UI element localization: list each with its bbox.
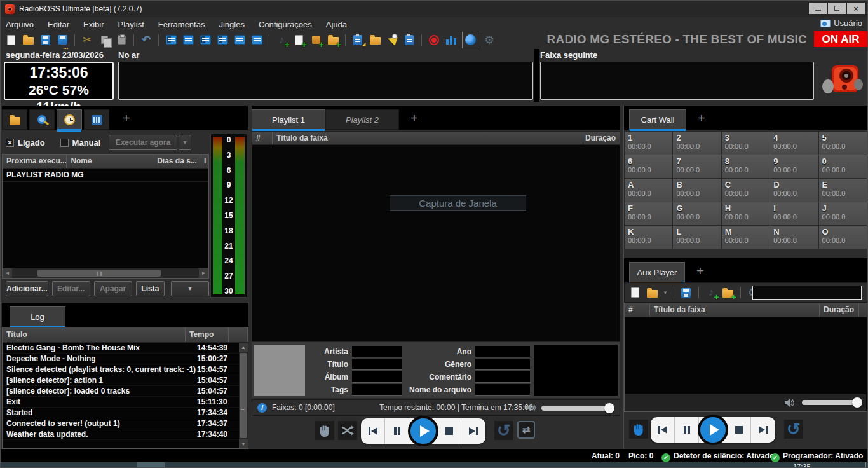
close-button[interactable]: ×: [847, 3, 865, 14]
previous-button[interactable]: [361, 418, 385, 444]
cart-cell[interactable]: O 00:00.0: [819, 226, 867, 249]
scroll-left-icon[interactable]: ◄: [3, 268, 12, 278]
add-cart-tab-button[interactable]: +: [698, 111, 705, 126]
menu-item[interactable]: Ferramentas: [151, 18, 212, 31]
log-col-titulo[interactable]: Título: [3, 327, 186, 342]
cut-button[interactable]: ✂: [81, 34, 93, 46]
cart-cell[interactable]: L 00:00.0: [673, 226, 721, 249]
tab-playlists[interactable]: [2, 109, 27, 130]
playlist-col-num[interactable]: #: [252, 132, 273, 144]
menu-item[interactable]: Ajuda: [319, 18, 354, 31]
tab-playlist-1[interactable]: Playlist 1: [252, 109, 325, 130]
cart-cell[interactable]: H 00:00.0: [722, 202, 770, 225]
settings-button[interactable]: ⚙: [483, 34, 496, 46]
cart-cell[interactable]: A 00:00.0: [625, 179, 672, 202]
cart-cell[interactable]: 8 00:00.0: [722, 155, 770, 178]
editar-button[interactable]: Editar...: [52, 281, 90, 296]
user-chip[interactable]: Usuário: [820, 18, 862, 28]
scheduler-status[interactable]: ✓Programador: Ativado: [771, 451, 863, 462]
scroll-down-icon[interactable]: ▼: [239, 439, 248, 448]
playlist-body[interactable]: [252, 145, 620, 342]
apagar-button[interactable]: Apagar: [94, 281, 132, 296]
aux-search-input[interactable]: [752, 286, 862, 300]
aux-open-dropdown[interactable]: ▼: [663, 290, 668, 296]
scrollbar-thumb[interactable]: [37, 270, 161, 277]
log-col-tempo[interactable]: Tempo: [186, 327, 229, 342]
view-layout-5-button[interactable]: [233, 34, 246, 46]
ligado-checkbox[interactable]: ×: [6, 139, 14, 147]
next-button[interactable]: [461, 418, 485, 444]
cart-cell[interactable]: N 00:00.0: [770, 226, 818, 249]
add-track-button[interactable]: ♪: [275, 34, 288, 46]
scroll-up-icon[interactable]: ▲: [239, 343, 248, 352]
log-row[interactable]: [silence detector]: action 1 15:04:57: [3, 375, 239, 386]
save-as-button[interactable]: [56, 34, 69, 46]
add-playlist-tab-button[interactable]: +: [410, 111, 418, 126]
playlist-col-title[interactable]: Título da faixa: [273, 132, 581, 144]
cart-cell[interactable]: J 00:00.0: [819, 202, 867, 225]
tab-aux-player[interactable]: Aux Player: [629, 262, 685, 282]
copy-button[interactable]: [98, 34, 111, 46]
aux-volume-knob[interactable]: [852, 397, 862, 408]
menu-item[interactable]: Jingles: [212, 18, 251, 31]
manual-checkbox[interactable]: [60, 139, 69, 147]
menu-item[interactable]: Configurações: [252, 18, 319, 31]
cart-cell[interactable]: 0 00:00.0: [819, 155, 867, 178]
aux-save-button[interactable]: [680, 286, 693, 299]
speaker-icon[interactable]: [526, 403, 536, 413]
scroll-right-icon[interactable]: ►: [199, 268, 208, 278]
playlist-col-duracao[interactable]: Duração: [581, 132, 620, 144]
log-row[interactable]: Started 17:34:34: [3, 408, 239, 418]
log-row[interactable]: Weather data updated. 17:34:40: [3, 429, 239, 440]
taskbar-app-segment[interactable]: [137, 462, 165, 467]
cart-cell[interactable]: D 00:00.0: [770, 179, 818, 202]
stop-button[interactable]: [437, 418, 461, 444]
log-scrollbar-thumb[interactable]: [240, 353, 247, 438]
cart-cell[interactable]: 1 00:00.0: [625, 132, 672, 155]
tab-cart-wall[interactable]: Cart Wall: [629, 109, 686, 130]
music-library-button[interactable]: [369, 34, 381, 46]
cart-cell[interactable]: 3 00:00.0: [722, 132, 770, 155]
lista-button[interactable]: Lista: [136, 281, 165, 296]
aux-new-button[interactable]: [628, 286, 641, 299]
cart-cell[interactable]: 5 00:00.0: [819, 132, 867, 155]
reset-button[interactable]: ↺: [494, 421, 513, 440]
repeat-button[interactable]: ⇄: [517, 421, 535, 439]
tab-log[interactable]: Log: [10, 306, 65, 327]
pause-button[interactable]: [385, 418, 409, 444]
header-divider[interactable]: [534, 49, 539, 102]
lista-dropdown-button[interactable]: ▼: [171, 281, 209, 296]
report-button[interactable]: [403, 34, 416, 46]
play-button[interactable]: [408, 416, 438, 446]
aux-volume-slider[interactable]: [802, 400, 860, 405]
minimize-button[interactable]: [809, 3, 827, 14]
cart-cell[interactable]: K 00:00.0: [625, 226, 672, 249]
view-layout-2-button[interactable]: [182, 34, 194, 46]
aux-speaker-icon[interactable]: [784, 398, 795, 408]
new-playlist-button[interactable]: [4, 34, 17, 46]
manual-mode-button[interactable]: [315, 421, 334, 440]
log-row[interactable]: Connected to server! (output 1) 17:34:37: [3, 418, 239, 429]
cart-cell[interactable]: E 00:00.0: [819, 179, 867, 202]
menu-item[interactable]: Exibir: [76, 18, 111, 31]
aux-pause-button[interactable]: [675, 417, 699, 443]
menu-item[interactable]: Editar: [41, 18, 76, 31]
log-row[interactable]: Exit 15:11:30: [3, 397, 239, 408]
adicionar-button[interactable]: Adicionar...: [6, 281, 48, 296]
tab-events[interactable]: [84, 109, 109, 130]
cart-cell[interactable]: 2 00:00.0: [673, 132, 721, 155]
executar-dropdown-button[interactable]: ▼: [179, 135, 191, 150]
statistics-button[interactable]: [445, 34, 458, 46]
log-row[interactable]: Electric Gang - Bomb The House Mix 14:54…: [3, 343, 239, 354]
paste-button[interactable]: [115, 34, 128, 46]
aux-next-button[interactable]: [751, 417, 775, 443]
shuffle-button[interactable]: [338, 421, 357, 440]
tab-search[interactable]: [29, 109, 55, 130]
aux-play-button[interactable]: [698, 415, 728, 445]
cart-cell[interactable]: F 00:00.0: [625, 202, 672, 225]
aux-repeat-button[interactable]: ↺: [784, 420, 803, 439]
aux-add-folder-button[interactable]: [722, 286, 735, 299]
record-button[interactable]: [428, 34, 440, 46]
log-row[interactable]: [silence detector]: loaded 0 tracks 15:0…: [3, 386, 239, 397]
windows-taskbar[interactable]: 17:35: [1, 462, 867, 467]
